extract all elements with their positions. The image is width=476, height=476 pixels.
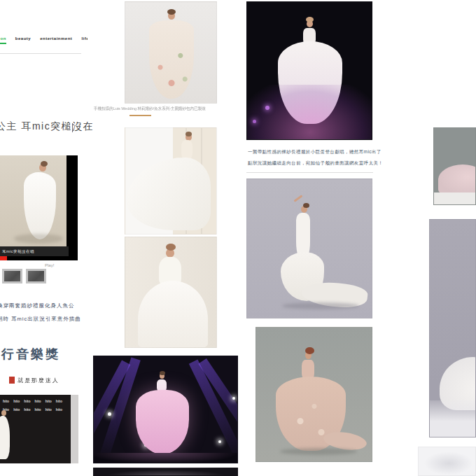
photo-blush-gown[interactable] xyxy=(255,327,372,462)
photo-floral-gown[interactable] xyxy=(125,1,217,104)
hito-logo: hito xyxy=(35,407,41,412)
floor-shadow xyxy=(282,302,359,309)
right-body-line-1: 一襲帶點性感的裸紗長禮服於小巨蛋登台獻唱，雖然耳mic出了 xyxy=(248,149,382,154)
purple-bokeh xyxy=(265,106,270,110)
video-player[interactable]: 耳mic突槌沒在唱 xyxy=(0,155,78,260)
right-article-body: 一襲帶點性感的裸紗長禮服於小巨蛋登台獻唱，雖然耳mic出了 點狀況讓她繼續走向台… xyxy=(248,146,381,169)
celebrity-white-dress xyxy=(0,416,10,459)
photo-dark-sliver[interactable] xyxy=(93,468,238,476)
floor-shadow xyxy=(14,234,63,244)
singer-hair xyxy=(160,371,165,375)
nav-item-entertainment[interactable]: entertainment xyxy=(40,36,72,41)
red-seal-stamp xyxy=(9,377,15,384)
top-nav: fashion beauty entertainment life xyxy=(0,36,88,44)
stage-floor-reflection xyxy=(94,453,238,463)
tulle-skirt xyxy=(138,281,208,348)
white-floor xyxy=(430,400,476,438)
stage-light xyxy=(232,397,235,400)
singer-hair-bun xyxy=(306,17,314,22)
calligraphy-text: 就是那麼迷人 xyxy=(18,377,59,384)
right-body-line-2: 點狀況讓她繼續走向台前，宛如仙子般的畫面讓網友直呼太美！ xyxy=(248,160,383,165)
lace-bodice xyxy=(181,140,192,160)
hito-logo: hito xyxy=(13,399,20,403)
celebrity-head xyxy=(1,410,6,416)
bride-hair xyxy=(186,132,192,136)
video-credit: Play! xyxy=(45,263,54,267)
bride-hair xyxy=(41,161,48,167)
wall-edge xyxy=(71,395,78,463)
pink-stage-glow xyxy=(247,85,372,140)
awards-title: 行音樂獎 xyxy=(1,346,60,363)
page-collage: fashion beauty entertainment life 公主 耳mi… xyxy=(0,0,476,476)
thumbnail-image xyxy=(28,271,44,281)
floor-shadow xyxy=(280,448,357,455)
faint-fabric-blur xyxy=(424,451,473,475)
raised-arm xyxy=(293,195,302,202)
nav-divider xyxy=(0,53,81,54)
white-floor xyxy=(434,192,476,205)
hito-logo: hito xyxy=(24,407,30,412)
photo-partial-studio[interactable] xyxy=(429,219,476,438)
stage-light xyxy=(218,440,221,443)
model-hair-bun xyxy=(303,203,309,208)
photo-stage-white-gown[interactable] xyxy=(246,1,372,140)
photo-stage-pink-gown[interactable] xyxy=(93,356,238,463)
article-headline: 公主 耳mic突槌沒在 xyxy=(0,120,94,133)
nav-item-fashion[interactable]: fashion xyxy=(0,36,6,44)
hito-backdrop-wall: hito hito hito hito hito hito hito hito … xyxy=(0,395,71,463)
text-cursor-mark xyxy=(72,123,73,132)
floral-dress xyxy=(149,20,194,99)
hito-logo: hito xyxy=(24,399,30,403)
video-thumbnail-2[interactable] xyxy=(26,269,46,284)
pink-fabric xyxy=(438,164,476,195)
hito-logo: hito xyxy=(56,399,62,403)
hito-logo: hito xyxy=(35,399,41,403)
awards-photo[interactable]: 行音樂獎 就是那麼迷人 hito hito hito hito hito hit… xyxy=(0,340,78,463)
photo-partial-dress-detail[interactable] xyxy=(433,127,476,205)
photo-lace-dress[interactable] xyxy=(125,237,217,348)
body-line-2: 唱時 耳mic出狀況引來意外插曲 xyxy=(0,316,81,322)
photo-partial-faint[interactable] xyxy=(418,447,476,476)
body-line-1: 換穿兩套婚紗禮服化身人魚公 xyxy=(0,302,75,309)
photo-bride-long-train[interactable] xyxy=(125,127,217,234)
model-updo-hair xyxy=(166,244,176,251)
bride-gown xyxy=(24,172,56,239)
hito-logo: hito xyxy=(13,407,20,412)
pink-ball-gown xyxy=(136,390,189,454)
nav-item-beauty[interactable]: beauty xyxy=(15,36,31,41)
video-caption-overlay: 耳mic突槌沒在唱 xyxy=(0,246,69,256)
photo-caption: 手機拍攝的Luis Wedding 林莉婚紗/魚水系列-主圖婚紗包內已製做 xyxy=(94,106,206,112)
hito-logo: hito xyxy=(3,399,9,403)
model-auburn-hair xyxy=(305,347,314,354)
thumbnail-image xyxy=(4,271,20,281)
nav-item-life[interactable]: life xyxy=(81,36,88,41)
photo-mermaid-gown[interactable] xyxy=(246,178,372,318)
section-divider xyxy=(246,172,373,173)
purple-bokeh xyxy=(253,120,256,123)
accent-underline xyxy=(130,115,151,116)
hito-logo: hito xyxy=(56,407,62,412)
hito-logo: hito xyxy=(46,407,52,412)
hito-logo: hito xyxy=(46,399,52,403)
model-hair xyxy=(167,9,176,15)
video-progress-bar[interactable] xyxy=(0,256,7,260)
article-body: 換穿兩套婚紗禮服化身人魚公 唱時 耳mic出狀況引來意外插曲 xyxy=(0,299,80,326)
video-frame-bride-photo xyxy=(0,155,66,246)
video-thumbnail-1[interactable] xyxy=(2,269,22,284)
stage-light xyxy=(108,412,111,416)
train-skirt xyxy=(127,158,211,230)
